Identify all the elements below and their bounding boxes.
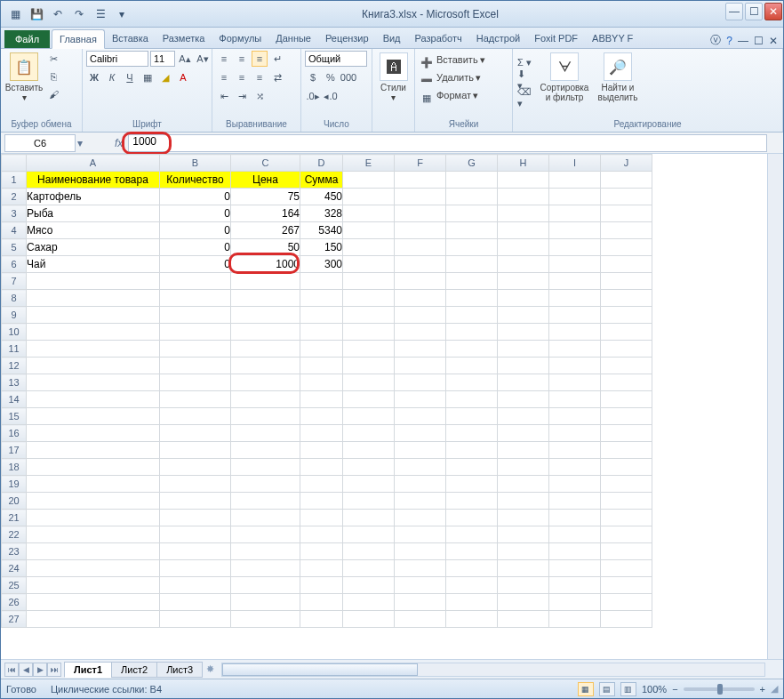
cell-A19[interactable] xyxy=(27,476,160,493)
cell-D18[interactable] xyxy=(300,459,343,476)
align-bottom-icon[interactable]: ≡ xyxy=(252,51,268,67)
cell-I15[interactable] xyxy=(549,408,601,425)
cell-E7[interactable] xyxy=(343,273,395,290)
cell-J2[interactable] xyxy=(601,189,652,205)
cell-H14[interactable] xyxy=(498,391,549,408)
row-header-4[interactable]: 4 xyxy=(2,222,27,239)
cell-D22[interactable] xyxy=(300,526,343,543)
align-right-icon[interactable]: ≡ xyxy=(252,69,268,85)
align-center-icon[interactable]: ≡ xyxy=(234,69,250,85)
column-header-G[interactable]: G xyxy=(446,155,498,172)
cell-H27[interactable] xyxy=(498,611,549,628)
cell-J18[interactable] xyxy=(601,459,652,476)
cell-C1[interactable]: Цена xyxy=(231,172,300,189)
font-size-input[interactable] xyxy=(150,51,175,67)
cell-H13[interactable] xyxy=(498,374,549,391)
formula-input[interactable]: 1000 xyxy=(128,134,767,152)
column-header-C[interactable]: C xyxy=(231,155,300,172)
bold-icon[interactable]: Ж xyxy=(86,69,102,85)
cell-F23[interactable] xyxy=(395,543,446,560)
cell-E23[interactable] xyxy=(343,543,395,560)
cell-G3[interactable] xyxy=(446,205,498,222)
cell-C8[interactable] xyxy=(231,290,300,307)
cell-C16[interactable] xyxy=(231,425,300,442)
tab-главная[interactable]: Главная xyxy=(52,29,105,49)
cell-B1[interactable]: Количество xyxy=(160,172,231,189)
paste-button[interactable]: 📋 Вставить ▾ xyxy=(4,51,44,102)
cell-G9[interactable] xyxy=(446,307,498,324)
cell-A14[interactable] xyxy=(27,391,160,408)
merge-icon[interactable]: ⇄ xyxy=(269,69,285,85)
cell-C4[interactable]: 267 xyxy=(231,222,300,239)
cell-I6[interactable] xyxy=(549,256,601,273)
cell-B5[interactable]: 0 xyxy=(160,239,231,256)
cell-I26[interactable] xyxy=(549,594,601,611)
cell-F7[interactable] xyxy=(395,273,446,290)
cell-F24[interactable] xyxy=(395,560,446,577)
column-header-F[interactable]: F xyxy=(395,155,446,172)
cell-D13[interactable] xyxy=(300,374,343,391)
cell-H10[interactable] xyxy=(498,324,549,341)
cell-F19[interactable] xyxy=(395,476,446,493)
row-header-3[interactable]: 3 xyxy=(2,205,27,222)
cell-A20[interactable] xyxy=(27,493,160,510)
cell-I7[interactable] xyxy=(549,273,601,290)
column-header-H[interactable]: H xyxy=(498,155,549,172)
cell-I13[interactable] xyxy=(549,374,601,391)
tab-разработч[interactable]: Разработч xyxy=(408,29,469,48)
cell-J3[interactable] xyxy=(601,205,652,222)
cell-D10[interactable] xyxy=(300,324,343,341)
cell-B3[interactable]: 0 xyxy=(160,205,231,222)
sheet-nav-first-icon[interactable]: ⏮ xyxy=(4,663,19,677)
cell-E9[interactable] xyxy=(343,307,395,324)
zoom-knob[interactable] xyxy=(717,684,723,695)
cell-I12[interactable] xyxy=(549,358,601,374)
cell-I4[interactable] xyxy=(549,222,601,239)
cell-G6[interactable] xyxy=(446,256,498,273)
format-painter-icon[interactable]: 🖌 xyxy=(45,86,61,102)
cell-H15[interactable] xyxy=(498,408,549,425)
cell-H26[interactable] xyxy=(498,594,549,611)
cell-C13[interactable] xyxy=(231,374,300,391)
cell-G7[interactable] xyxy=(446,273,498,290)
cell-F26[interactable] xyxy=(395,594,446,611)
cell-C24[interactable] xyxy=(231,560,300,577)
cell-E17[interactable] xyxy=(343,442,395,459)
indent-dec-icon[interactable]: ⇤ xyxy=(216,88,232,104)
cell-I1[interactable] xyxy=(549,172,601,189)
cell-I21[interactable] xyxy=(549,510,601,526)
cell-E19[interactable] xyxy=(343,476,395,493)
cell-A4[interactable]: Мясо xyxy=(27,222,160,239)
cell-A11[interactable] xyxy=(27,341,160,358)
row-header-25[interactable]: 25 xyxy=(2,577,27,594)
cell-J20[interactable] xyxy=(601,493,652,510)
cell-I16[interactable] xyxy=(549,425,601,442)
view-normal-icon[interactable]: ▦ xyxy=(578,682,594,696)
cell-H20[interactable] xyxy=(498,493,549,510)
cell-F4[interactable] xyxy=(395,222,446,239)
new-sheet-icon[interactable]: ✸ xyxy=(206,663,214,675)
cell-B18[interactable] xyxy=(160,459,231,476)
cell-D1[interactable]: Сумма xyxy=(300,172,343,189)
cell-B27[interactable] xyxy=(160,611,231,628)
cell-J5[interactable] xyxy=(601,239,652,256)
cell-A6[interactable]: Чай xyxy=(27,256,160,273)
cell-E20[interactable] xyxy=(343,493,395,510)
cell-A22[interactable] xyxy=(27,526,160,543)
row-header-13[interactable]: 13 xyxy=(2,374,27,391)
qat-custom-icon[interactable]: ▾ xyxy=(113,5,131,23)
select-all-corner[interactable] xyxy=(2,155,27,172)
cell-C22[interactable] xyxy=(231,526,300,543)
cell-D4[interactable]: 5340 xyxy=(300,222,343,239)
cell-D23[interactable] xyxy=(300,543,343,560)
cell-F21[interactable] xyxy=(395,510,446,526)
cell-H7[interactable] xyxy=(498,273,549,290)
cell-I18[interactable] xyxy=(549,459,601,476)
cell-J10[interactable] xyxy=(601,324,652,341)
cell-I8[interactable] xyxy=(549,290,601,307)
border-icon[interactable]: ▦ xyxy=(140,69,156,85)
cell-J24[interactable] xyxy=(601,560,652,577)
cell-A3[interactable]: Рыба xyxy=(27,205,160,222)
cell-A5[interactable]: Сахар xyxy=(27,239,160,256)
cell-G12[interactable] xyxy=(446,358,498,374)
